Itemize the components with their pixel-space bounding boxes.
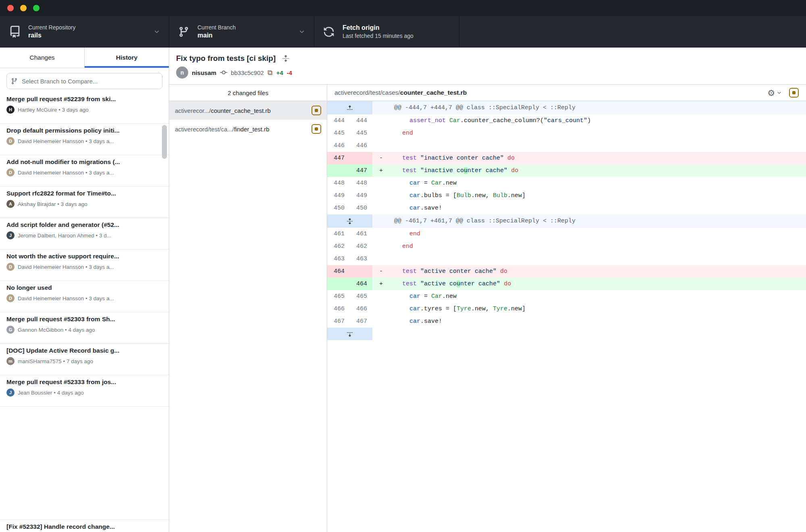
- tab-history[interactable]: History: [85, 48, 169, 68]
- branch-icon: [178, 26, 191, 37]
- new-line-number: [350, 265, 372, 278]
- tab-changes[interactable]: Changes: [0, 48, 85, 68]
- old-line-number: 467: [327, 315, 350, 328]
- commit-meta: HHartley McGuire • 3 days ago: [6, 106, 161, 114]
- fetch-origin-button[interactable]: Fetch origin Last fetched 15 minutes ago: [314, 16, 459, 48]
- new-line-number: 461: [350, 228, 372, 240]
- diff-file-dir: activerecord/test/cases/: [334, 89, 400, 96]
- file-row[interactable]: activerecor.../counter_cache_test.rb: [169, 101, 327, 120]
- current-branch-button[interactable]: Current Branch main: [169, 16, 314, 48]
- commit-title: Add script folder and generator (#52...: [6, 221, 161, 229]
- list-item[interactable]: Drop default permissions policy initi...…: [0, 124, 169, 155]
- diff-line: end: [372, 228, 806, 240]
- old-line-number: 463: [327, 253, 350, 265]
- diff-line: [372, 253, 806, 265]
- avatar: D: [6, 137, 15, 145]
- old-line-number: 462: [327, 240, 350, 253]
- commit-meta: GGannon McGibbon • 4 days ago: [6, 326, 161, 334]
- minimize-button[interactable]: [20, 5, 27, 11]
- commit-header: Fix typo from tests [ci skip] n nisusam …: [169, 48, 806, 85]
- close-button[interactable]: [7, 5, 14, 11]
- branch-label: Current Branch: [197, 24, 236, 31]
- avatar: D: [6, 168, 15, 177]
- scrollbar-thumb[interactable]: [162, 125, 167, 159]
- old-line-number: 445: [327, 127, 350, 139]
- commit-byline: Gannon McGibbon • 4 days ago: [18, 327, 95, 333]
- commit-list: Merge pull request #52239 from ski...HHa…: [0, 92, 169, 532]
- diff-line: end: [372, 240, 806, 253]
- gear-icon: ⚙: [767, 89, 775, 97]
- list-item[interactable]: Add not-null modifier to migrations (...…: [0, 155, 169, 187]
- diff-body: @@ -444,7 +444,7 @@ class ::SpecialReply…: [327, 101, 806, 532]
- copy-icon[interactable]: ⧉: [268, 69, 273, 76]
- file-dir: activerecord/test/ca.../: [175, 126, 234, 133]
- new-line-number: 466: [350, 303, 372, 315]
- diff-options-button[interactable]: ⚙: [767, 89, 782, 97]
- old-line-number: 444: [327, 114, 350, 127]
- file-row[interactable]: activerecord/test/ca.../finder_test.rb: [169, 120, 327, 138]
- new-line-number: 450: [350, 202, 372, 214]
- diff-line: - test "inactive conter cache" do: [372, 152, 806, 164]
- old-line-number: 448: [327, 177, 350, 189]
- commit-meta: DDavid Heinemeier Hansson • 3 days a...: [6, 294, 161, 302]
- commit-title: Support rfc2822 format for Time#to...: [6, 190, 161, 197]
- current-repository-button[interactable]: Current Repository rails: [0, 16, 169, 48]
- new-line-number: 444: [350, 114, 372, 127]
- diff-header: activerecord/test/cases/counter_cache_te…: [327, 85, 806, 101]
- list-item[interactable]: [DOC] Update Active Record basic g...mma…: [0, 344, 169, 375]
- diff-line: + test "active counter cache" do: [372, 278, 806, 290]
- diff-line: car.save!: [372, 202, 806, 214]
- commit-byline: Jerome Dalbert, Haroon Ahmed • 3 d...: [18, 233, 111, 239]
- list-item[interactable]: Merge pull request #52239 from ski...HHa…: [0, 92, 169, 124]
- commit-title: [DOC] Update Active Record basic g...: [6, 347, 161, 354]
- commit-icon: [220, 69, 227, 76]
- new-line-number: 445: [350, 127, 372, 139]
- commit-title: Fix typo from tests [ci skip]: [176, 54, 276, 63]
- old-line-number: 464: [327, 265, 350, 278]
- commit-byline: David Heinemeier Hansson • 3 days a...: [18, 138, 114, 144]
- new-line-number: 462: [350, 240, 372, 253]
- unfold-icon[interactable]: [282, 55, 289, 62]
- new-line-number: 446: [350, 139, 372, 152]
- old-line-number: 466: [327, 303, 350, 315]
- branch-name: main: [197, 31, 236, 40]
- commit-sha: bb33c5c902: [231, 69, 264, 76]
- commit-title: Merge pull request #52303 from Sh...: [6, 316, 161, 323]
- commit-byline: David Heinemeier Hansson • 3 days a...: [18, 264, 114, 270]
- commit-title: Not worth the active support require...: [6, 253, 161, 260]
- diff-line: [372, 139, 806, 152]
- expand-hunk-button[interactable]: [327, 214, 372, 228]
- list-item[interactable]: Add script folder and generator (#52...J…: [0, 218, 169, 249]
- diff-pane: activerecord/test/cases/counter_cache_te…: [327, 85, 806, 532]
- window-titlebar: [0, 0, 806, 16]
- list-item[interactable]: [Fix #52332] Handle record change...: [0, 520, 169, 532]
- commit-meta: JJerome Dalbert, Haroon Ahmed • 3 d...: [6, 231, 161, 239]
- list-item[interactable]: Support rfc2822 format for Time#to...AAk…: [0, 187, 169, 218]
- file-dir: activerecor.../: [175, 107, 211, 114]
- zoom-button[interactable]: [33, 5, 39, 11]
- fetch-status: Last fetched 15 minutes ago: [343, 32, 413, 40]
- branch-compare-input[interactable]: [21, 77, 158, 85]
- commit-author: nisusam: [192, 69, 216, 76]
- commit-meta: AAkshay Birajdar • 3 days ago: [6, 200, 161, 208]
- changed-files-header: 2 changed files: [169, 85, 327, 101]
- expand-hunk-button[interactable]: [327, 328, 372, 340]
- modified-status-icon: [789, 88, 799, 98]
- avatar: m: [6, 357, 15, 365]
- new-line-number: 463: [350, 253, 372, 265]
- diff-line: car = Car.new: [372, 290, 806, 303]
- list-item[interactable]: No longer usedDDavid Heinemeier Hansson …: [0, 281, 169, 312]
- list-item[interactable]: Merge pull request #52303 from Sh...GGan…: [0, 312, 169, 344]
- repo-icon: [9, 26, 22, 38]
- diff-hunk-header: @@ -444,7 +444,7 @@ class ::SpecialReply…: [372, 101, 806, 114]
- list-item[interactable]: Not worth the active support require...D…: [0, 249, 169, 281]
- list-item[interactable]: Merge pull request #52333 from jos...JJe…: [0, 375, 169, 407]
- new-line-number: 465: [350, 290, 372, 303]
- diff-line: + test "inactive counter cache" do: [372, 164, 806, 177]
- fetch-label: Fetch origin: [343, 24, 413, 32]
- avatar: J: [6, 389, 15, 397]
- main-content: Fix typo from tests [ci skip] n nisusam …: [169, 48, 806, 532]
- avatar: n: [176, 66, 188, 79]
- repo-label: Current Repository: [28, 24, 76, 31]
- expand-hunk-button[interactable]: [327, 101, 372, 114]
